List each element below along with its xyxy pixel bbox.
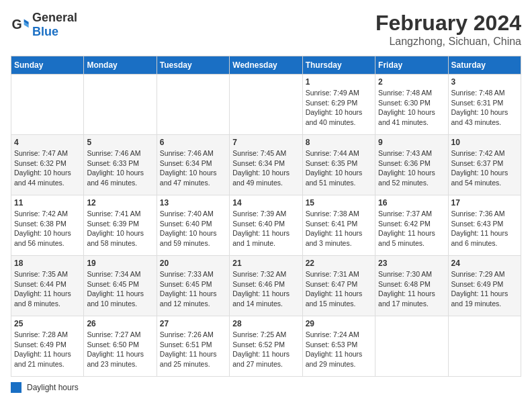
- calendar-cell: 17Sunrise: 7:36 AM Sunset: 6:43 PM Dayli…: [448, 195, 521, 256]
- day-info: Sunrise: 7:42 AM Sunset: 6:37 PM Dayligh…: [451, 148, 518, 188]
- logo-general: General: [32, 11, 77, 24]
- day-number: 25: [14, 319, 81, 328]
- daylight-label: Daylight hours: [27, 383, 79, 392]
- day-info: Sunrise: 7:29 AM Sunset: 6:49 PM Dayligh…: [451, 269, 518, 309]
- day-info: Sunrise: 7:36 AM Sunset: 6:43 PM Dayligh…: [451, 209, 518, 248]
- calendar-cell: 4Sunrise: 7:47 AM Sunset: 6:32 PM Daylig…: [11, 135, 84, 195]
- day-info: Sunrise: 7:35 AM Sunset: 6:44 PM Dayligh…: [14, 269, 81, 309]
- day-number: 4: [14, 138, 81, 147]
- day-number: 14: [232, 198, 299, 208]
- day-info: Sunrise: 7:41 AM Sunset: 6:39 PM Dayligh…: [87, 209, 153, 248]
- calendar-cell: 16Sunrise: 7:37 AM Sunset: 6:42 PM Dayli…: [375, 195, 448, 256]
- header: G General Blue February 2024 Langzhong, …: [11, 11, 521, 48]
- day-info: Sunrise: 7:44 AM Sunset: 6:35 PM Dayligh…: [306, 148, 372, 188]
- logo: G General Blue: [11, 11, 77, 39]
- day-info: Sunrise: 7:49 AM Sunset: 6:29 PM Dayligh…: [306, 88, 372, 128]
- calendar-cell: 8Sunrise: 7:44 AM Sunset: 6:35 PM Daylig…: [302, 135, 375, 195]
- weekday-header: Sunday: [11, 56, 84, 75]
- day-info: Sunrise: 7:37 AM Sunset: 6:42 PM Dayligh…: [378, 209, 445, 248]
- day-info: Sunrise: 7:25 AM Sunset: 6:52 PM Dayligh…: [232, 330, 299, 369]
- weekday-header: Thursday: [302, 56, 375, 75]
- calendar-cell: 25Sunrise: 7:28 AM Sunset: 6:49 PM Dayli…: [11, 316, 84, 377]
- day-number: 5: [87, 138, 153, 147]
- calendar-cell: 9Sunrise: 7:43 AM Sunset: 6:36 PM Daylig…: [375, 135, 448, 195]
- day-number: 1: [306, 77, 372, 87]
- day-info: Sunrise: 7:47 AM Sunset: 6:32 PM Dayligh…: [14, 148, 81, 188]
- day-info: Sunrise: 7:46 AM Sunset: 6:34 PM Dayligh…: [160, 148, 226, 188]
- day-info: Sunrise: 7:31 AM Sunset: 6:47 PM Dayligh…: [306, 269, 372, 309]
- calendar-cell: [230, 75, 302, 135]
- calendar-cell: 22Sunrise: 7:31 AM Sunset: 6:47 PM Dayli…: [302, 256, 375, 316]
- day-number: 6: [160, 138, 226, 147]
- day-number: 17: [451, 198, 518, 208]
- calendar-cell: [375, 316, 448, 377]
- calendar-cell: 6Sunrise: 7:46 AM Sunset: 6:34 PM Daylig…: [157, 135, 229, 195]
- logo-icon: G: [11, 15, 30, 34]
- weekday-header: Friday: [375, 56, 448, 75]
- day-number: 12: [87, 198, 153, 208]
- day-info: Sunrise: 7:32 AM Sunset: 6:46 PM Dayligh…: [232, 269, 299, 309]
- calendar-cell: 11Sunrise: 7:42 AM Sunset: 6:38 PM Dayli…: [11, 195, 84, 256]
- title-area: February 2024 Langzhong, Sichuan, China: [375, 11, 521, 48]
- day-number: 21: [232, 259, 299, 268]
- day-info: Sunrise: 7:33 AM Sunset: 6:45 PM Dayligh…: [160, 269, 226, 309]
- weekday-header: Wednesday: [230, 56, 302, 75]
- calendar-week-row: 11Sunrise: 7:42 AM Sunset: 6:38 PM Dayli…: [11, 195, 521, 256]
- footer: Daylight hours: [11, 382, 521, 393]
- day-info: Sunrise: 7:38 AM Sunset: 6:41 PM Dayligh…: [306, 209, 372, 248]
- day-number: 13: [160, 198, 226, 208]
- daylight-bar-icon: [11, 382, 21, 393]
- calendar-cell: 13Sunrise: 7:40 AM Sunset: 6:40 PM Dayli…: [157, 195, 229, 256]
- sub-title: Langzhong, Sichuan, China: [375, 36, 521, 48]
- day-number: 11: [14, 198, 81, 208]
- day-number: 16: [378, 198, 445, 208]
- calendar-cell: 15Sunrise: 7:38 AM Sunset: 6:41 PM Dayli…: [302, 195, 375, 256]
- calendar-week-row: 25Sunrise: 7:28 AM Sunset: 6:49 PM Dayli…: [11, 316, 521, 377]
- day-number: 18: [14, 259, 81, 268]
- main-title: February 2024: [375, 11, 521, 36]
- weekday-header: Saturday: [448, 56, 521, 75]
- day-number: 2: [378, 77, 445, 87]
- day-info: Sunrise: 7:48 AM Sunset: 6:30 PM Dayligh…: [378, 88, 445, 128]
- day-info: Sunrise: 7:24 AM Sunset: 6:53 PM Dayligh…: [306, 330, 372, 369]
- day-number: 10: [451, 138, 518, 147]
- calendar-cell: 12Sunrise: 7:41 AM Sunset: 6:39 PM Dayli…: [84, 195, 157, 256]
- calendar-cell: 28Sunrise: 7:25 AM Sunset: 6:52 PM Dayli…: [230, 316, 302, 377]
- day-info: Sunrise: 7:45 AM Sunset: 6:34 PM Dayligh…: [232, 148, 299, 188]
- day-info: Sunrise: 7:40 AM Sunset: 6:40 PM Dayligh…: [160, 209, 226, 248]
- day-number: 27: [160, 319, 226, 328]
- weekday-header: Tuesday: [157, 56, 229, 75]
- calendar-cell: 7Sunrise: 7:45 AM Sunset: 6:34 PM Daylig…: [230, 135, 302, 195]
- calendar-cell: 27Sunrise: 7:26 AM Sunset: 6:51 PM Dayli…: [157, 316, 229, 377]
- day-number: 9: [378, 138, 445, 147]
- day-info: Sunrise: 7:30 AM Sunset: 6:48 PM Dayligh…: [378, 269, 445, 309]
- calendar-cell: [448, 316, 521, 377]
- calendar-week-row: 4Sunrise: 7:47 AM Sunset: 6:32 PM Daylig…: [11, 135, 521, 195]
- calendar-table: SundayMondayTuesdayWednesdayThursdayFrid…: [11, 56, 521, 377]
- day-info: Sunrise: 7:27 AM Sunset: 6:50 PM Dayligh…: [87, 330, 153, 369]
- day-info: Sunrise: 7:43 AM Sunset: 6:36 PM Dayligh…: [378, 148, 445, 188]
- day-number: 7: [232, 138, 299, 147]
- day-info: Sunrise: 7:28 AM Sunset: 6:49 PM Dayligh…: [14, 330, 81, 369]
- calendar-cell: 2Sunrise: 7:48 AM Sunset: 6:30 PM Daylig…: [375, 75, 448, 135]
- calendar-cell: 5Sunrise: 7:46 AM Sunset: 6:33 PM Daylig…: [84, 135, 157, 195]
- day-number: 3: [451, 77, 518, 87]
- weekday-header: Monday: [84, 56, 157, 75]
- day-info: Sunrise: 7:48 AM Sunset: 6:31 PM Dayligh…: [451, 88, 518, 128]
- day-number: 20: [160, 259, 226, 268]
- logo-blue: Blue: [32, 25, 58, 38]
- day-number: 8: [306, 138, 372, 147]
- svg-text:G: G: [11, 17, 21, 32]
- calendar-cell: 1Sunrise: 7:49 AM Sunset: 6:29 PM Daylig…: [302, 75, 375, 135]
- calendar-week-row: 18Sunrise: 7:35 AM Sunset: 6:44 PM Dayli…: [11, 256, 521, 316]
- calendar-cell: 29Sunrise: 7:24 AM Sunset: 6:53 PM Dayli…: [302, 316, 375, 377]
- calendar-week-row: 1Sunrise: 7:49 AM Sunset: 6:29 PM Daylig…: [11, 75, 521, 135]
- calendar-cell: 18Sunrise: 7:35 AM Sunset: 6:44 PM Dayli…: [11, 256, 84, 316]
- day-number: 22: [306, 259, 372, 268]
- calendar-cell: 24Sunrise: 7:29 AM Sunset: 6:49 PM Dayli…: [448, 256, 521, 316]
- calendar-cell: 14Sunrise: 7:39 AM Sunset: 6:40 PM Dayli…: [230, 195, 302, 256]
- calendar-cell: 20Sunrise: 7:33 AM Sunset: 6:45 PM Dayli…: [157, 256, 229, 316]
- day-info: Sunrise: 7:42 AM Sunset: 6:38 PM Dayligh…: [14, 209, 81, 248]
- calendar-cell: 26Sunrise: 7:27 AM Sunset: 6:50 PM Dayli…: [84, 316, 157, 377]
- day-number: 28: [232, 319, 299, 328]
